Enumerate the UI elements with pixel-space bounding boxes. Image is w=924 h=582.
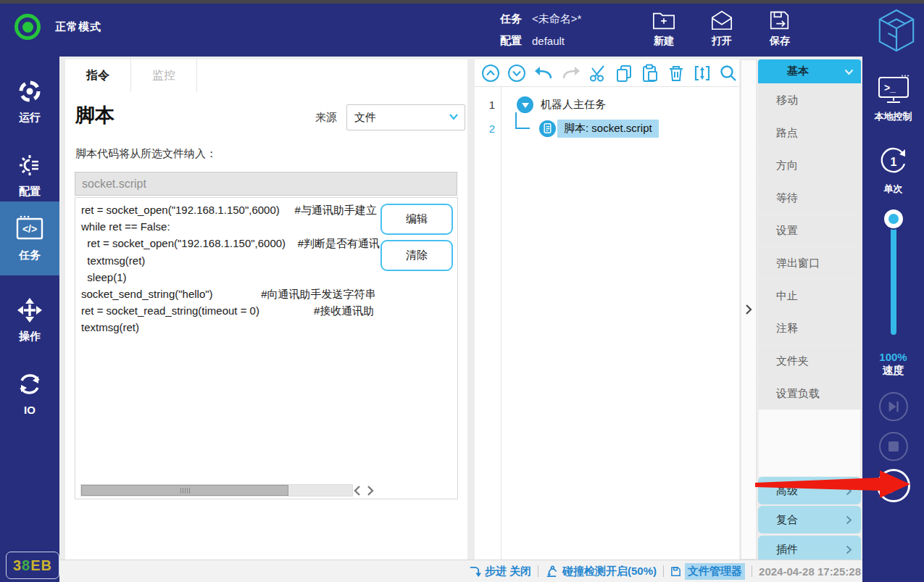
badge-char: E: [30, 557, 41, 574]
sidebar-run-label: 运行: [19, 111, 41, 125]
svg-text:</>: </>: [22, 223, 37, 235]
file-manager-button[interactable]: 文件管理器: [670, 563, 745, 580]
edit-button[interactable]: 编辑: [380, 204, 453, 235]
run-icon: [17, 78, 43, 104]
task-name: <未命名>*: [532, 12, 581, 26]
instruction-set-payload[interactable]: 设置负载: [758, 378, 861, 410]
stop-icon: [888, 441, 899, 452]
scroll-left-icon[interactable]: [354, 486, 361, 496]
instruction-move[interactable]: 移动: [758, 84, 861, 116]
code-line: socket_send_string("hello") #向通讯助手发送字符串: [81, 286, 451, 302]
divider: [752, 565, 752, 577]
undo-icon[interactable]: [533, 64, 554, 83]
search-icon[interactable]: [719, 64, 738, 83]
category-basic-header[interactable]: 基本: [758, 59, 861, 83]
skip-icon: [886, 399, 902, 414]
instruction-set[interactable]: 设置: [758, 215, 861, 246]
speed-percent: 100%: [862, 351, 924, 364]
chevron-right-icon: [846, 515, 852, 525]
move-down-icon[interactable]: [507, 64, 526, 83]
config-name: default: [532, 35, 565, 47]
step-forward-button[interactable]: [879, 392, 908, 421]
sidebar-item-task-active[interactable]: </> 任务: [0, 201, 59, 275]
divider: [663, 565, 664, 577]
sidebar-item-operate[interactable]: 操作: [0, 290, 59, 355]
instruction-popup[interactable]: 弹出窗口: [758, 247, 861, 279]
left-sidebar: 运行 配置 </> 任务: [0, 57, 59, 582]
play-button[interactable]: [877, 469, 910, 502]
scrollbar-arrows: [354, 485, 374, 496]
task-label: 任务: [500, 12, 522, 26]
cut-icon[interactable]: [588, 64, 607, 83]
instruction-abort[interactable]: 中止: [758, 280, 861, 312]
source-select[interactable]: 文件: [346, 104, 465, 130]
collision-detection-toggle[interactable]: 碰撞检测开启(50%): [545, 565, 657, 578]
copy-icon[interactable]: [615, 64, 633, 83]
redo-icon[interactable]: [561, 64, 581, 83]
disk-icon: [670, 566, 681, 577]
move-up-icon[interactable]: [481, 64, 500, 83]
category-advanced[interactable]: 高级: [758, 477, 861, 504]
paste-icon[interactable]: [641, 64, 659, 83]
stop-button[interactable]: [879, 432, 908, 461]
speed-slider-track[interactable]: [891, 220, 896, 335]
program-toolbar: [475, 59, 739, 87]
category-compound[interactable]: 复合: [758, 506, 861, 533]
panel-expander[interactable]: [741, 59, 757, 560]
scrollbar-thumb[interactable]: [81, 485, 288, 496]
editor-tabs: 指令 监控: [65, 59, 467, 93]
instruction-folder[interactable]: 文件夹: [758, 345, 861, 377]
scroll-right-icon[interactable]: [367, 486, 374, 496]
sidebar-item-io[interactable]: IO: [0, 364, 59, 429]
safety-code-badge[interactable]: 3 8 E B: [6, 552, 59, 579]
horizontal-scrollbar[interactable]: [80, 484, 353, 496]
open-task-button[interactable]: 打开: [699, 9, 744, 48]
delete-icon[interactable]: [667, 64, 686, 83]
speed-slider-knob[interactable]: [884, 209, 903, 228]
script-file-field[interactable]: socket.script: [75, 172, 457, 196]
svg-text:1: 1: [890, 156, 896, 168]
tab-monitor[interactable]: 监控: [131, 59, 197, 92]
status-bar: 步进 关闭 碰撞检测开启(50%) 文件管理器 2024-04-28 17:25…: [59, 560, 862, 582]
single-run-button[interactable]: 1 单次: [862, 145, 924, 196]
control-rail: >_ 本地控制 1 单次 100% 速度: [862, 57, 924, 582]
instruction-waypoint[interactable]: 路点: [758, 117, 861, 149]
mode-label: 正常模式: [55, 20, 101, 34]
open-file-icon: [710, 9, 733, 31]
save-task-button[interactable]: 保存: [757, 9, 802, 48]
code-line: sleep(1): [81, 269, 451, 286]
page-title: 脚本: [75, 102, 115, 128]
clear-button[interactable]: 清除: [380, 240, 453, 271]
open-task-label: 打开: [712, 35, 732, 48]
category-advanced-label: 高级: [776, 484, 798, 498]
tab-instruction[interactable]: 指令: [65, 59, 131, 92]
single-cycle-icon: 1: [877, 145, 910, 178]
sidebar-item-run[interactable]: 运行: [0, 71, 59, 136]
brand-logo-icon: [875, 8, 917, 53]
topbar-actions: 新建 打开 保存: [641, 9, 802, 48]
instruction-direction[interactable]: 方向: [758, 149, 861, 181]
file-manager-label: 文件管理器: [685, 563, 745, 580]
single-run-label: 单次: [884, 183, 903, 196]
chevron-right-icon: [745, 304, 752, 315]
new-task-button[interactable]: 新建: [641, 9, 686, 48]
step-mode-toggle[interactable]: 步进 关闭: [469, 565, 531, 578]
step-mode-label: 步进 关闭: [485, 565, 531, 578]
instruction-comment[interactable]: 注释: [758, 312, 861, 344]
sidebar-item-config[interactable]: 配置: [0, 145, 59, 210]
mode-indicator: 正常模式: [14, 14, 101, 40]
speed-readout: 100% 速度: [862, 351, 924, 377]
instruction-wait[interactable]: 等待: [758, 182, 861, 214]
local-control-button[interactable]: >_ 本地控制: [862, 74, 924, 123]
sidebar-config-label: 配置: [19, 185, 41, 199]
script-node-icon: [539, 120, 556, 137]
import-script-icon[interactable]: [693, 64, 712, 83]
tree-row-script[interactable]: 2 脚本: socket.script: [475, 118, 659, 138]
tree-script-label: 脚本: socket.script: [557, 120, 659, 138]
tree-row-main-task[interactable]: 1 机器人主任务: [475, 94, 606, 115]
sidebar-io-label: IO: [24, 404, 36, 416]
collapse-toggle-icon[interactable]: [517, 96, 533, 113]
svg-text:>_: >_: [884, 82, 896, 93]
source-select-value: 文件: [354, 111, 376, 125]
code-window-icon: </>: [14, 215, 45, 242]
